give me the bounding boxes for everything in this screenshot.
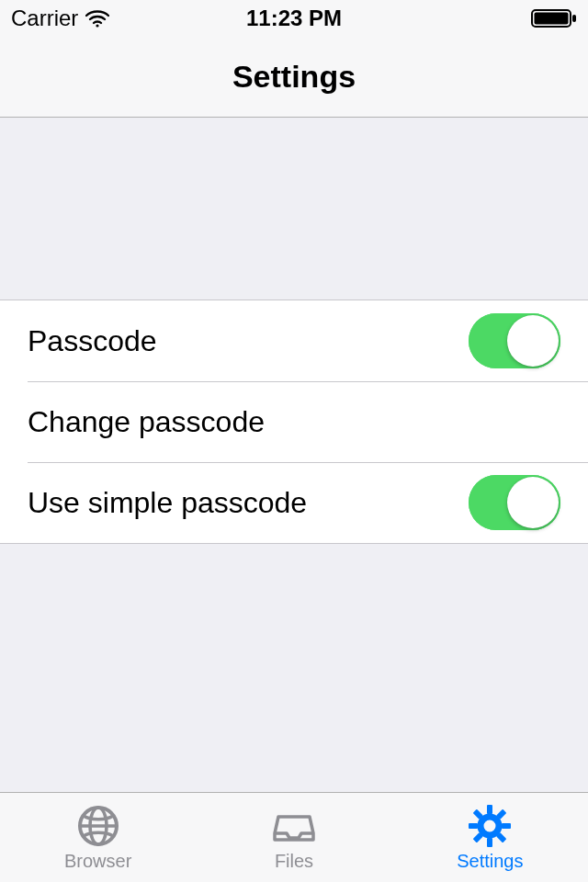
tab-settings-label: Settings bbox=[457, 851, 523, 872]
tab-browser-label: Browser bbox=[64, 851, 131, 872]
passcode-cell[interactable]: Passcode bbox=[0, 300, 588, 381]
settings-group: Passcode Change passcode Use simple pass… bbox=[0, 300, 588, 544]
inbox-icon bbox=[271, 803, 317, 849]
content: Passcode Change passcode Use simple pass… bbox=[0, 118, 588, 792]
svg-point-0 bbox=[96, 24, 99, 27]
svg-rect-2 bbox=[535, 13, 569, 25]
content-spacer bbox=[0, 118, 588, 300]
passcode-toggle[interactable] bbox=[469, 313, 560, 368]
carrier-label: Carrier bbox=[11, 6, 78, 31]
wifi-icon bbox=[85, 9, 109, 28]
status-time: 11:23 PM bbox=[246, 6, 342, 31]
svg-rect-10 bbox=[469, 823, 478, 829]
page-title: Settings bbox=[232, 59, 356, 95]
simple-passcode-label: Use simple passcode bbox=[28, 486, 307, 520]
svg-rect-9 bbox=[487, 838, 492, 847]
gear-icon bbox=[467, 803, 513, 849]
status-right bbox=[531, 8, 577, 28]
svg-rect-3 bbox=[572, 15, 576, 22]
svg-rect-8 bbox=[487, 805, 492, 814]
globe-icon bbox=[75, 803, 121, 849]
battery-icon bbox=[531, 8, 577, 28]
tab-bar: Browser Files bbox=[0, 792, 588, 882]
tab-settings[interactable]: Settings bbox=[392, 793, 588, 882]
toggle-knob bbox=[507, 477, 559, 528]
simple-passcode-toggle[interactable] bbox=[469, 475, 560, 530]
tab-files[interactable]: Files bbox=[196, 793, 391, 882]
change-passcode-label: Change passcode bbox=[28, 405, 265, 439]
tab-files-label: Files bbox=[275, 851, 313, 872]
simple-passcode-cell[interactable]: Use simple passcode bbox=[0, 462, 588, 543]
tab-browser[interactable]: Browser bbox=[0, 793, 196, 882]
nav-bar: Settings bbox=[0, 37, 588, 118]
status-bar: Carrier 11:23 PM bbox=[0, 0, 588, 37]
svg-rect-11 bbox=[502, 823, 511, 829]
toggle-knob bbox=[507, 315, 559, 367]
change-passcode-cell[interactable]: Change passcode bbox=[0, 381, 588, 462]
status-left: Carrier bbox=[11, 6, 109, 31]
svg-point-16 bbox=[484, 820, 495, 831]
passcode-label: Passcode bbox=[28, 324, 157, 358]
